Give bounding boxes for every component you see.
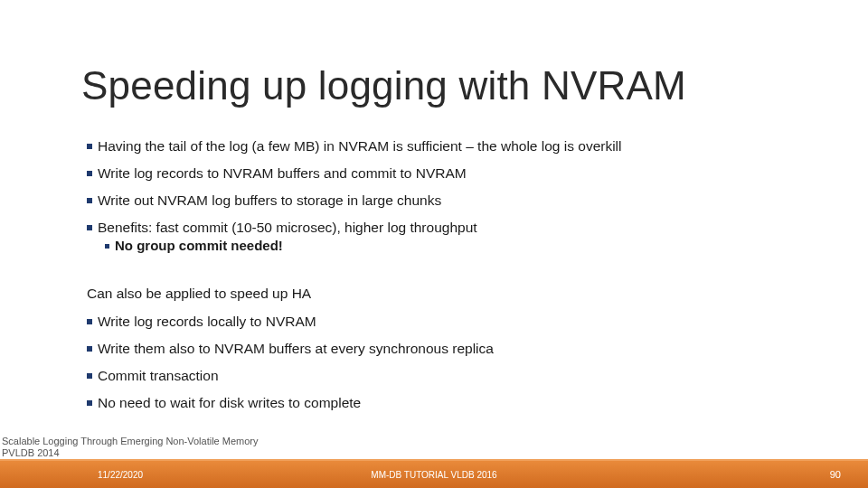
- bullet-item: Write them also to NVRAM buffers at ever…: [87, 340, 494, 357]
- citation-line: PVLDB 2014: [2, 447, 259, 459]
- bullet-item: No need to wait for disk writes to compl…: [87, 394, 361, 411]
- bullet-marker-icon: [87, 144, 92, 149]
- sub-bullet-text: No group commit needed!: [115, 238, 283, 255]
- bullet-item: Write out NVRAM log buffers to storage i…: [87, 192, 441, 209]
- bullet-marker-icon: [87, 346, 92, 352]
- bullet-marker-icon: [87, 198, 92, 203]
- bullet-text: Benefits: fast commit (10-50 microsec), …: [98, 219, 477, 236]
- bullet-item: Having the tail of the log (a few MB) in…: [87, 137, 622, 155]
- footer-center-text: MM-DB TUTORIAL VLDB 2016: [0, 470, 868, 480]
- bullet-text: Write out NVRAM log buffers to storage i…: [98, 192, 441, 209]
- bullet-text: Having the tail of the log (a few MB) in…: [98, 137, 622, 155]
- section-intro-text: Can also be applied to speed up HA: [87, 286, 311, 302]
- bullet-item: Benefits: fast commit (10-50 microsec), …: [87, 219, 477, 236]
- sub-bullet-item: No group commit needed!: [105, 238, 283, 255]
- bullet-item: Write log records locally to NVRAM: [87, 313, 316, 330]
- bullet-item: Write log records to NVRAM buffers and c…: [87, 164, 467, 182]
- slide-title: Speeding up logging with NVRAM: [81, 63, 686, 108]
- bullet-marker-icon: [87, 319, 92, 324]
- bullet-marker-icon: [87, 373, 92, 379]
- bullet-text: Write log records to NVRAM buffers and c…: [98, 164, 467, 182]
- citation-block: Scalable Logging Through Emerging Non-Vo…: [2, 436, 259, 459]
- bullet-marker-icon: [87, 400, 92, 406]
- bullet-marker-icon: [87, 171, 92, 176]
- footer-page-number: 90: [830, 469, 841, 480]
- bullet-text: Commit transaction: [98, 367, 219, 384]
- bullet-item: Commit transaction: [87, 367, 219, 384]
- slide: Speeding up logging with NVRAM Having th…: [0, 0, 868, 488]
- bullet-text: Write log records locally to NVRAM: [98, 313, 316, 330]
- bullet-text: No need to wait for disk writes to compl…: [98, 394, 361, 411]
- bullet-marker-icon: [87, 225, 92, 230]
- citation-line: Scalable Logging Through Emerging Non-Vo…: [2, 436, 259, 447]
- bullet-text: Write them also to NVRAM buffers at ever…: [98, 340, 494, 357]
- bullet-marker-icon: [105, 244, 109, 249]
